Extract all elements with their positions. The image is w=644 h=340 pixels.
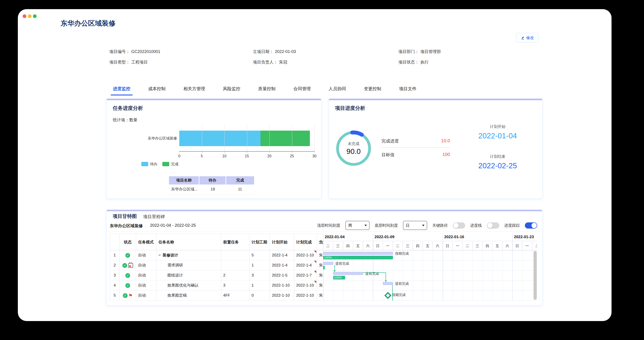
tab-stakeholders[interactable]: 相关方管理 bbox=[182, 84, 206, 95]
gantt-plan-bar[interactable] bbox=[383, 282, 393, 285]
x-tickmark bbox=[179, 151, 180, 153]
x-tickmark bbox=[224, 151, 224, 153]
col-todo: 待办 bbox=[200, 176, 226, 184]
minimize-window-icon[interactable] bbox=[28, 14, 32, 18]
bar-done[interactable] bbox=[260, 131, 310, 146]
tab-staff-collab[interactable]: 人员协同 bbox=[328, 84, 347, 95]
gantt-cell: 自动 bbox=[136, 250, 156, 260]
plan-start-block: 计划开始 2022-01-04 bbox=[468, 124, 527, 140]
chevron-down-icon bbox=[422, 225, 424, 226]
progress-line-toggle[interactable] bbox=[487, 222, 499, 229]
gantt-connector-arrow bbox=[334, 270, 336, 272]
tab-cost-control[interactable]: 成本控制 bbox=[147, 84, 166, 95]
gantt-plan-bar[interactable] bbox=[333, 272, 363, 275]
gantt-cell: 效果图定稿 bbox=[156, 291, 221, 301]
gantt-status-label: 按期完成 bbox=[395, 251, 409, 256]
tab-progress-monitor[interactable]: 进度监控 bbox=[112, 84, 131, 95]
bar-todo[interactable] bbox=[179, 131, 260, 146]
collapse-icon[interactable]: − bbox=[158, 253, 161, 257]
gantt-cell: 4FF bbox=[221, 291, 250, 301]
grid-line bbox=[403, 241, 403, 301]
note-corner-icon bbox=[314, 281, 316, 283]
gantt-cell: 2022-1-10 bbox=[270, 291, 294, 301]
day-header-cell: 一 bbox=[522, 241, 532, 250]
x-tick-label: 5 bbox=[197, 154, 206, 158]
gantt-cell: 5 bbox=[250, 250, 270, 260]
app-window: 东华办公区域装修 修改 项目编号：GC2022010001 立项日期：2022-… bbox=[18, 9, 612, 321]
critical-path-toggle[interactable] bbox=[453, 222, 465, 229]
grid-line bbox=[502, 241, 503, 301]
edit-button-label: 修改 bbox=[526, 35, 534, 40]
field-start-date: 立项日期：2022-01-03 bbox=[253, 49, 296, 54]
day-header-cell: 四 bbox=[413, 241, 423, 250]
day-header-cell: 六 bbox=[363, 241, 373, 250]
gantt-cell: 1 bbox=[110, 250, 120, 260]
grid-line bbox=[353, 241, 353, 301]
status-check-icon: ✓ bbox=[125, 283, 130, 288]
tab-risk-monitor[interactable]: 风险监控 bbox=[222, 84, 241, 95]
gantt-cell: 朱冠 bbox=[317, 260, 323, 270]
x-gridline bbox=[292, 125, 292, 151]
day-header-cell: 日 bbox=[443, 241, 453, 250]
x-gridline bbox=[247, 125, 247, 151]
gantt-plan-bar[interactable] bbox=[323, 262, 333, 265]
gantt-controls: 顶层时间刻度 周 底层时间刻度 日 关键路径 进度线 进度跟踪 bbox=[317, 221, 537, 230]
progress-line-label: 进度线 bbox=[470, 223, 482, 228]
plan-end-block: 计划结束 2022-02-25 bbox=[468, 154, 527, 170]
gantt-cell: 图纸设计 bbox=[156, 270, 221, 280]
gantt-tab-chart[interactable]: 项目甘特图 bbox=[113, 213, 137, 219]
zoom-window-icon[interactable] bbox=[33, 14, 36, 18]
edit-button[interactable]: 修改 bbox=[516, 33, 539, 42]
x-tickmark bbox=[314, 151, 315, 153]
gantt-date-range: 2022-01-04 - 2022-02-25 bbox=[150, 223, 196, 228]
x-tick-label: 10 bbox=[220, 154, 229, 158]
gantt-cell: 1 bbox=[250, 260, 270, 270]
progress-card-title: 项目进度分析 bbox=[335, 105, 365, 112]
bottom-scale-select[interactable]: 日 bbox=[403, 221, 427, 230]
cell-todo-count: 18 bbox=[200, 184, 226, 194]
gantt-progress-bar[interactable]: 100% bbox=[333, 276, 345, 280]
gantt-progress-bar[interactable]: 100% bbox=[323, 256, 393, 259]
gantt-cell: 4 bbox=[110, 280, 120, 291]
day-header-cell: 二 bbox=[393, 241, 403, 250]
day-header-cell: 六 bbox=[433, 241, 443, 250]
day-header-cell: 三 bbox=[333, 241, 343, 250]
stacked-bar-chart: 051015202530 bbox=[179, 125, 314, 152]
grid-line bbox=[323, 280, 537, 281]
top-scale-select[interactable]: 周 bbox=[345, 221, 370, 230]
grid-line bbox=[343, 241, 343, 301]
bar-category-label: 东华办公区域装修 bbox=[132, 136, 177, 141]
table-header-index bbox=[110, 234, 120, 250]
grid-line bbox=[472, 241, 473, 301]
day-header-cell: 三 bbox=[472, 241, 482, 250]
gantt-cell: 2022-1-4 bbox=[270, 260, 294, 270]
gantt-milestone-icon[interactable] bbox=[384, 292, 392, 299]
field-project-type: 项目类型：工程项目 bbox=[109, 59, 148, 65]
gantt-cell: 自动 bbox=[136, 270, 156, 280]
page-title: 东华办公区域装修 bbox=[60, 19, 116, 28]
table-header-6: 计划开始 bbox=[270, 234, 294, 250]
task-summary-row: 东华办公区域... 18 11 bbox=[169, 184, 254, 194]
tab-quality-control[interactable]: 质量控制 bbox=[257, 84, 276, 95]
cell-done-count: 11 bbox=[226, 184, 254, 194]
tab-project-files[interactable]: 项目文件 bbox=[398, 84, 417, 95]
plan-end-date: 2022-02-25 bbox=[468, 162, 527, 170]
gantt-tab-milestone[interactable]: 项目里程碑 bbox=[143, 214, 165, 220]
tab-change-control[interactable]: 变更控制 bbox=[363, 84, 382, 95]
status-check-icon: ✓ bbox=[125, 253, 130, 258]
tab-contract-mgmt[interactable]: 合同管理 bbox=[292, 84, 312, 95]
close-window-icon[interactable] bbox=[23, 14, 26, 18]
task-summary-header: 项目名称 待办 完成 bbox=[169, 176, 254, 184]
status-check-icon: ✓ bbox=[125, 273, 130, 278]
top-scale-label: 顶层时间刻度 bbox=[317, 223, 340, 228]
gantt-plan-bar[interactable] bbox=[323, 252, 393, 255]
x-tickmark bbox=[202, 151, 202, 153]
field-department: 项目部门：项目管理部 bbox=[398, 49, 441, 54]
progress-track-toggle[interactable] bbox=[525, 222, 537, 229]
field-project-code: 项目编号：GC2022010001 bbox=[109, 49, 160, 54]
gantt-progress-bar[interactable] bbox=[323, 266, 325, 269]
gantt-cell: 3 bbox=[250, 270, 270, 280]
week-header-cell: 2022-01-09 bbox=[373, 235, 394, 239]
gantt-connector-arrow bbox=[385, 280, 387, 282]
gantt-vscrollbar[interactable] bbox=[534, 251, 537, 300]
